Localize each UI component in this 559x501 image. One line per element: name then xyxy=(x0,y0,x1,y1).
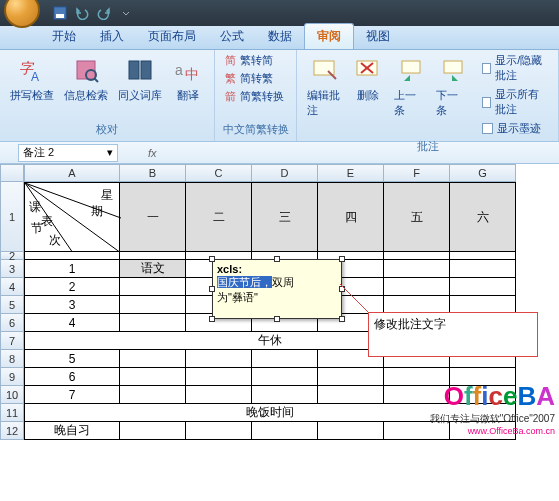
cell[interactable] xyxy=(450,260,516,278)
tab-layout[interactable]: 页面布局 xyxy=(136,24,208,49)
cell[interactable] xyxy=(450,278,516,296)
day-header[interactable]: 一 xyxy=(120,182,186,252)
comment-text[interactable]: 为"彝语" xyxy=(217,291,258,303)
cell[interactable] xyxy=(120,350,186,368)
show-all-comments[interactable]: 显示所有批注 xyxy=(478,86,552,118)
checkbox-icon xyxy=(482,123,493,134)
worksheet[interactable]: ABCDEFG 1课星表期节次一二三四五六231语文4253647午休85961… xyxy=(0,164,559,440)
col-header-C[interactable]: C xyxy=(186,164,252,182)
cell[interactable] xyxy=(252,422,318,440)
cell[interactable] xyxy=(120,422,186,440)
cell[interactable] xyxy=(186,386,252,404)
cell[interactable] xyxy=(24,252,120,260)
show-ink[interactable]: 显示墨迹 xyxy=(478,120,552,137)
delete-comment-button[interactable]: 删除 xyxy=(348,52,388,105)
row-header[interactable]: 11 xyxy=(0,404,24,422)
cell[interactable]: 3 xyxy=(24,296,120,314)
cell[interactable] xyxy=(252,350,318,368)
cell[interactable] xyxy=(120,296,186,314)
day-header[interactable]: 六 xyxy=(450,182,516,252)
cell[interactable]: 5 xyxy=(24,350,120,368)
tab-view[interactable]: 视图 xyxy=(354,24,402,49)
cell[interactable] xyxy=(318,368,384,386)
row-header[interactable]: 5 xyxy=(0,296,24,314)
col-header-E[interactable]: E xyxy=(318,164,384,182)
cell[interactable]: 晚自习 xyxy=(24,422,120,440)
cell[interactable] xyxy=(384,260,450,278)
col-header-G[interactable]: G xyxy=(450,164,516,182)
day-header[interactable]: 五 xyxy=(384,182,450,252)
select-all-corner[interactable] xyxy=(0,164,24,182)
watermark-logo: OfficeBA 我们专注与微软"Office"2007 www.OfficeB… xyxy=(405,381,555,436)
edit-comment-button[interactable]: 编辑批注 xyxy=(303,52,346,120)
research-button[interactable]: 信息检索 xyxy=(60,52,112,105)
undo-icon[interactable] xyxy=(74,5,90,21)
cell[interactable]: 4 xyxy=(24,314,120,332)
cell[interactable]: 2 xyxy=(24,278,120,296)
day-header[interactable]: 四 xyxy=(318,182,384,252)
col-header-F[interactable]: F xyxy=(384,164,450,182)
office-button[interactable] xyxy=(4,0,40,28)
cell[interactable]: 语文 xyxy=(120,260,186,278)
row-header[interactable]: 10 xyxy=(0,386,24,404)
qat-dropdown-icon[interactable] xyxy=(118,5,134,21)
cell[interactable] xyxy=(120,314,186,332)
t2s-button[interactable]: 繁简转繁 xyxy=(221,70,290,87)
cell[interactable] xyxy=(450,252,516,260)
row-header[interactable]: 3 xyxy=(0,260,24,278)
day-header[interactable]: 二 xyxy=(186,182,252,252)
cell[interactable] xyxy=(252,368,318,386)
tab-formula[interactable]: 公式 xyxy=(208,24,256,49)
next-comment-button[interactable]: 下一条 xyxy=(432,52,472,120)
show-hide-comment[interactable]: 显示/隐藏批注 xyxy=(478,52,552,84)
translate-button[interactable]: a中翻译 xyxy=(168,52,208,105)
tab-insert[interactable]: 插入 xyxy=(88,24,136,49)
fx-label[interactable]: fx xyxy=(148,147,157,159)
redo-icon[interactable] xyxy=(96,5,112,21)
cell[interactable] xyxy=(384,252,450,260)
s2t-button[interactable]: 简繁转简 xyxy=(221,52,290,69)
name-box[interactable]: 备注 2▾ xyxy=(18,144,118,162)
col-header-B[interactable]: B xyxy=(120,164,186,182)
tab-data[interactable]: 数据 xyxy=(256,24,304,49)
cell[interactable] xyxy=(186,422,252,440)
row-header[interactable]: 12 xyxy=(0,422,24,440)
row-header[interactable]: 1 xyxy=(0,182,24,252)
spellcheck-button[interactable]: 字A拼写检查 xyxy=(6,52,58,105)
cell[interactable]: 7 xyxy=(24,386,120,404)
tab-review[interactable]: 审阅 xyxy=(304,23,354,49)
group-chinese: 简繁转简 繁简转繁 箭简繁转换 中文简繁转换 xyxy=(215,50,297,141)
cell[interactable] xyxy=(120,386,186,404)
row-header[interactable]: 2 xyxy=(0,252,24,260)
cell[interactable] xyxy=(186,350,252,368)
cell[interactable] xyxy=(318,386,384,404)
day-header[interactable]: 三 xyxy=(252,182,318,252)
group-proofing: 字A拼写检查 信息检索 同义词库 a中翻译 校对 xyxy=(0,50,215,141)
cell[interactable] xyxy=(318,422,384,440)
col-header-A[interactable]: A xyxy=(24,164,120,182)
row-header[interactable]: 8 xyxy=(0,350,24,368)
tab-home[interactable]: 开始 xyxy=(40,24,88,49)
cell[interactable] xyxy=(186,368,252,386)
cell[interactable] xyxy=(384,278,450,296)
cell[interactable] xyxy=(120,278,186,296)
thesaurus-button[interactable]: 同义词库 xyxy=(114,52,166,105)
row-header[interactable]: 6 xyxy=(0,314,24,332)
row-header[interactable]: 9 xyxy=(0,368,24,386)
comment-text-selected[interactable]: 国庆节后， xyxy=(217,276,272,288)
cell[interactable] xyxy=(120,252,186,260)
comment-popup[interactable]: xcls: 国庆节后，双周 为"彝语" xyxy=(212,259,342,319)
dropdown-icon[interactable]: ▾ xyxy=(107,146,113,159)
cell[interactable]: 6 xyxy=(24,368,120,386)
prev-comment-button[interactable]: 上一条 xyxy=(390,52,430,120)
cell[interactable] xyxy=(120,368,186,386)
cell[interactable]: 1 xyxy=(24,260,120,278)
col-header-D[interactable]: D xyxy=(252,164,318,182)
row-header[interactable]: 4 xyxy=(0,278,24,296)
save-icon[interactable] xyxy=(52,5,68,21)
svg-rect-15 xyxy=(402,61,420,73)
diagonal-header-cell[interactable]: 课星表期节次 xyxy=(24,182,120,252)
row-header[interactable]: 7 xyxy=(0,332,24,350)
cell[interactable] xyxy=(252,386,318,404)
convert-button[interactable]: 箭简繁转换 xyxy=(221,88,290,105)
